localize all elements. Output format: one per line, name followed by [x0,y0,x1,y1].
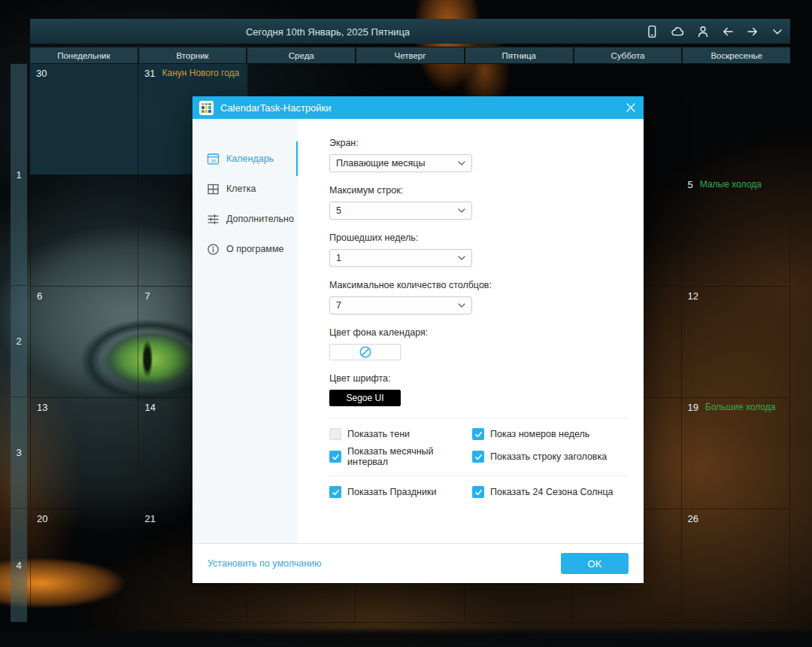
date-number: 14 [144,402,155,413]
select-value: 5 [336,205,341,216]
tab-label: Клетка [226,184,256,194]
set-default-link[interactable]: Установить по умолчанию [208,558,321,569]
tab-about[interactable]: О программе [192,234,298,264]
checkbox-group: Показать тени Показ номеров недель Показ… [329,423,629,468]
checkbox-show-week-numbers[interactable] [472,428,484,440]
font-color-button[interactable]: Segoe UI [329,390,401,406]
weekday-monday: Понедельник [30,47,138,63]
check-icon [474,430,483,439]
checkbox-label: Показать строку заголовка [490,451,607,462]
calendar-cell-jan-19[interactable]: 19 Большие холода [682,398,790,509]
weekday-sunday: Воскресенье [683,47,790,63]
date-number: 26 [688,513,698,524]
weekday-friday: Пятница [465,47,573,63]
calendar-cell-jan-6[interactable]: 6 [30,287,138,398]
calendar-cell-dec-30[interactable]: 30 [30,64,138,175]
dialog-header[interactable]: CalendarTask-Настройки [192,96,644,119]
calendar-cell[interactable] [30,175,138,287]
check-icon [474,488,483,497]
checkbox-label: Показать 24 Сезона Солнца [490,487,614,497]
solar-season-label: Малые холода [700,179,762,190]
divider [329,475,629,476]
weekday-thursday: Четверг [356,47,464,63]
app-icon [199,101,214,115]
dialog-sidebar: 30 Календарь Клетка Дополнительно О прог… [192,119,298,543]
prev-arrow-icon[interactable] [721,25,735,38]
cloud-icon[interactable] [670,25,685,38]
font-color-label: Цвет шрифта: [329,373,629,384]
show-24-solar-seasons-row[interactable]: Показать 24 Сезона Солнца [472,481,629,503]
max-rows-select[interactable]: 5 [329,202,472,220]
date-number: 6 [37,290,42,302]
calendar-cell-jan-26[interactable]: 26 [682,509,790,623]
tab-label: Календарь [226,153,274,164]
week-number: 3 [11,397,27,509]
checkbox-show-24-solar-seasons[interactable] [472,486,484,498]
week-number: 4 [11,509,27,622]
checkbox-label: Показ номеров недель [490,429,589,439]
dialog-footer: Установить по умолчанию OK [192,543,644,583]
checkbox-label: Показать тени [347,429,410,439]
next-arrow-icon[interactable] [746,25,759,38]
calendar-title-bar: Сегодня 10th Январь, 2025 Пятница [30,19,790,44]
solar-season-label: Большие холода [705,402,775,413]
calendar-cell-jan-5[interactable]: 5 Малые холода [682,175,790,287]
date-number: 31 [144,68,155,79]
calendar-bg-color-button[interactable] [329,344,401,360]
past-weeks-select[interactable]: 1 [329,249,472,267]
show-week-numbers-row[interactable]: Показ номеров недель [472,423,629,445]
ok-button[interactable]: OK [561,553,629,574]
tab-calendar[interactable]: 30 Календарь [192,144,298,174]
today-date-label: Сегодня 10th Январь, 2025 Пятница [246,26,410,37]
weekday-saturday: Суббота [574,47,682,63]
svg-text:30: 30 [211,158,216,163]
weekday-tuesday: Вторник [139,47,247,63]
bg-color-label: Цвет фона календаря: [329,327,629,338]
date-number: 5 [688,179,693,190]
sliders-icon [207,213,220,226]
dialog-title: CalendarTask-Настройки [220,102,332,114]
date-number: 30 [36,68,47,79]
chevron-down-icon [458,303,465,308]
holiday-label: Канун Нового года [162,68,239,79]
show-month-interval-row[interactable]: Показать месячный интервал [329,445,472,468]
none-icon [359,345,372,359]
user-icon[interactable] [696,25,710,38]
checkbox-show-holidays[interactable] [329,486,341,498]
calendar-cell-jan-13[interactable]: 13 [30,398,138,509]
week-number: 2 [11,286,27,397]
tab-advanced[interactable]: Дополнительно [192,204,298,234]
titlebar-icons [645,19,784,44]
max-columns-select[interactable]: 7 [329,296,472,314]
checkbox-show-month-interval[interactable] [329,451,341,463]
calendar-cell-jan-12[interactable]: 12 [682,287,790,398]
max-rows-label: Максимум строк: [329,185,629,196]
select-value: 1 [336,253,341,263]
chevron-down-icon [458,208,465,213]
weekday-wednesday: Среда [247,47,355,63]
checkbox-show-header-row[interactable] [472,451,484,463]
date-number: 19 [688,402,698,413]
checkbox-show-shadows[interactable] [329,428,341,440]
phone-icon[interactable] [645,25,659,38]
checkbox-label: Показать месячный интервал [347,446,472,467]
show-header-row-row[interactable]: Показать строку заголовка [472,445,629,468]
divider [329,418,629,418]
screen-select[interactable]: Плавающие месяцы [329,154,472,172]
week-number: 1 [11,64,27,286]
past-weeks-label: Прошедших недель: [329,232,629,243]
chevron-down-icon [458,256,465,260]
show-holidays-row[interactable]: Показать Праздники [329,481,472,503]
chevron-down-icon[interactable] [771,25,784,38]
tab-label: О программе [226,244,283,254]
show-shadows-row[interactable]: Показать тени [329,423,472,445]
chevron-down-icon [458,161,465,166]
check-icon [332,453,340,461]
settings-dialog: CalendarTask-Настройки 30 Календарь Клет… [192,96,644,583]
date-number: 21 [144,513,155,524]
tab-cell[interactable]: Клетка [192,174,298,204]
calendar-cell-jan-20[interactable]: 20 [30,509,138,623]
close-icon[interactable] [618,96,644,119]
info-icon [207,243,220,256]
select-value: Плавающие месяцы [336,158,425,169]
